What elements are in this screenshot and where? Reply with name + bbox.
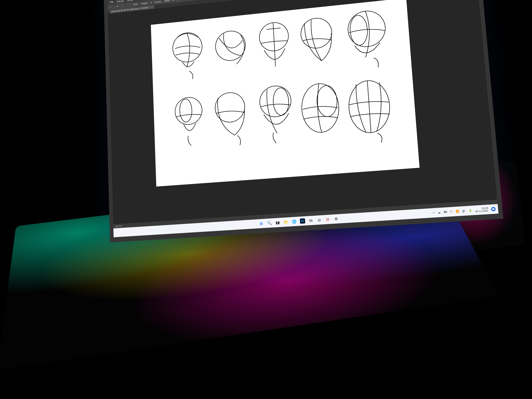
- zoom-level[interactable]: 46,67%: [115, 225, 122, 228]
- separator: [114, 5, 114, 8]
- brush-tool-icon[interactable]: ✒: [117, 5, 119, 8]
- opacity-value[interactable]: 100%: [164, 0, 170, 3]
- document-canvas[interactable]: [151, 0, 420, 187]
- menu-edycja[interactable]: Edycja: [117, 0, 124, 3]
- mode-label: Tryb:: [133, 3, 138, 6]
- battery-icon[interactable]: 🔋: [469, 209, 472, 212]
- security-icon[interactable]: 🛡: [450, 210, 453, 214]
- steam-icon[interactable]: 🎮: [443, 210, 447, 214]
- settings-icon[interactable]: ⚙: [333, 216, 339, 222]
- onedrive-icon[interactable]: ☁: [438, 211, 441, 214]
- close-tab-icon[interactable]: ×: [151, 6, 152, 8]
- svg-point-0: [172, 32, 203, 63]
- tray-overflow-icon[interactable]: 〰: [432, 211, 435, 214]
- home-icon[interactable]: ⌂: [110, 6, 111, 8]
- brush-panel-toggle[interactable]: [127, 3, 130, 7]
- canvas-artwork: [151, 0, 420, 187]
- svg-point-9: [259, 85, 292, 118]
- flow-label: Przepł:: [183, 0, 190, 0]
- screen: Plik Edycja Obraz Warstwa Tekst Zaznacza…: [108, 0, 499, 237]
- chrome-icon[interactable]: ◎: [317, 217, 322, 223]
- start-icon[interactable]: ⊞: [259, 221, 264, 226]
- laptop-monitor: Plik Edycja Obraz Warstwa Tekst Zaznacza…: [104, 0, 503, 242]
- brush-preset-picker[interactable]: [121, 4, 125, 7]
- wifi-icon[interactable]: 📶: [456, 210, 459, 213]
- pressure-opacity-icon[interactable]: [177, 0, 180, 1]
- system-tray: 〰 ☁ 🎮 🛡 📶 🔊 🔋 16:58 29.11.2021 💬: [432, 206, 498, 215]
- svg-point-7: [179, 99, 192, 122]
- menu-obraz[interactable]: Obraz: [127, 0, 133, 2]
- menu-plik[interactable]: Plik: [110, 1, 114, 4]
- clock-date: 29.11.2021: [475, 209, 488, 213]
- search-icon[interactable]: 🔍: [267, 220, 272, 226]
- canvas-workarea[interactable]: [108, 0, 497, 224]
- chevron-down-icon[interactable]: ▾: [173, 0, 174, 2]
- store-icon[interactable]: 🛍: [308, 218, 314, 223]
- explorer-icon[interactable]: 📁: [283, 219, 289, 225]
- svg-point-3: [300, 17, 333, 50]
- photoshop-icon[interactable]: Ps: [300, 218, 305, 224]
- opera-icon[interactable]: O: [325, 217, 330, 222]
- taskbar-clock[interactable]: 16:58 29.11.2021: [475, 207, 488, 213]
- edge-icon[interactable]: 🌐: [291, 219, 297, 224]
- svg-point-12: [316, 85, 338, 117]
- chevron-down-icon[interactable]: ▾: [150, 1, 152, 4]
- svg-point-8: [215, 91, 245, 123]
- opacity-label: Krycie:: [155, 0, 161, 4]
- svg-point-11: [300, 82, 340, 134]
- volume-icon[interactable]: 🔊: [462, 209, 466, 213]
- taskview-icon[interactable]: ▮▮: [275, 220, 280, 225]
- action-center-icon[interactable]: 💬: [491, 207, 496, 211]
- mode-value[interactable]: Zwykły: [141, 2, 148, 5]
